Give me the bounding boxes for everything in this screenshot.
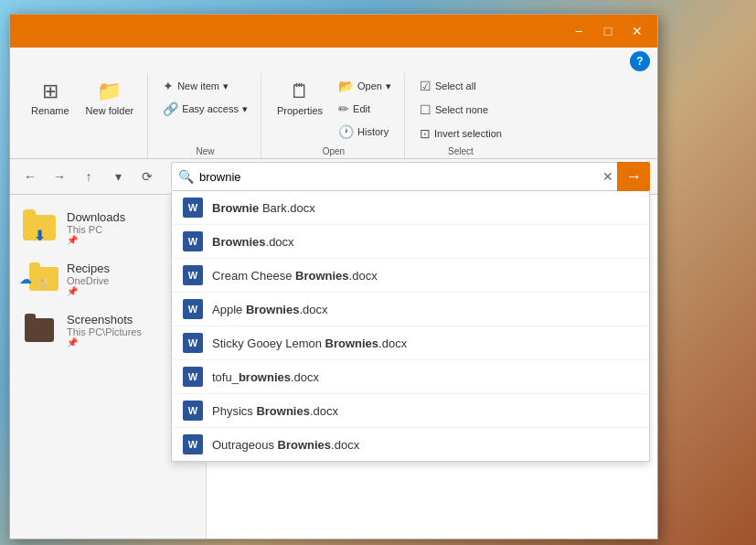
open-arrow: ▾ (386, 80, 391, 92)
suggestion-6[interactable]: W tofu_brownies.docx (172, 360, 649, 394)
ribbon: ? ⊞ Rename 📁 New folder (10, 48, 657, 159)
open-button[interactable]: 📂 Open ▾ (333, 75, 397, 97)
suggestion-8[interactable]: W Outrageous Brownies.docx (172, 428, 649, 461)
recipes-name: Recipes (67, 262, 110, 275)
open-icon: 📂 (338, 79, 354, 93)
recipes-sub: OneDrive (67, 275, 110, 286)
easy-access-icon: 🔗 (163, 102, 178, 116)
download-arrow-icon: ⬇ (34, 228, 46, 244)
group-select-label: Select (448, 146, 474, 156)
clear-search-button[interactable]: ✕ (602, 169, 613, 184)
suggestion-7[interactable]: W Physics Brownies.docx (172, 394, 649, 428)
select-none-icon: ☐ (420, 102, 431, 117)
word-icon-7: W (183, 401, 203, 421)
forward-button[interactable]: → (47, 164, 72, 189)
search-icon: 🔍 (178, 169, 194, 184)
suggestion-text-3: Cream Cheese Brownies.docx (212, 269, 378, 283)
back-button[interactable]: ← (17, 164, 43, 189)
search-container: 🔍 ✕ → W Brownie Bark.docx W Brownies.doc… (171, 162, 650, 191)
word-icon-6: W (183, 367, 203, 387)
suggestion-4[interactable]: W Apple Brownies.docx (172, 293, 649, 326)
screenshots-sub: This PC\Pictures (67, 326, 142, 337)
rename-icon: ⊞ (42, 80, 59, 103)
ribbon-group-select: ☑ Select all ☐ Select none ⊡ Invert sele… (407, 73, 515, 158)
search-go-button[interactable]: → (617, 162, 650, 191)
recipes-folder-icon: ☁ 🍴 (21, 261, 58, 297)
new-column: ✦ New item ▾ 🔗 Easy access ▾ (157, 75, 253, 120)
downloads-name: Downloads (67, 210, 125, 224)
maximize-button[interactable]: □ (595, 22, 621, 40)
select-none-button[interactable]: ☐ Select none (414, 99, 507, 121)
new-folder-button[interactable]: 📁 New folder (80, 75, 141, 121)
suggestion-text-5: Sticky Gooey Lemon Brownies.docx (212, 337, 407, 350)
suggestion-text-2: Brownies.docx (212, 235, 294, 249)
recipes-info: Recipes OneDrive 📌 (67, 262, 110, 296)
easy-access-arrow: ▾ (242, 103, 248, 115)
invert-selection-icon: ⊡ (420, 126, 431, 141)
suggestion-3[interactable]: W Cream Cheese Brownies.docx (172, 259, 649, 293)
select-all-icon: ☑ (420, 79, 431, 93)
screenshots-info: Screenshots This PC\Pictures 📌 (67, 313, 142, 347)
suggestion-5[interactable]: W Sticky Gooey Lemon Brownies.docx (172, 326, 649, 360)
word-icon-8: W (183, 434, 203, 454)
up-button[interactable]: ↑ (76, 164, 101, 189)
screenshots-name: Screenshots (67, 313, 142, 326)
close-button[interactable]: ✕ (624, 22, 650, 40)
suggestion-text-6: tofu_brownies.docx (212, 370, 319, 384)
ribbon-top-bar: ? (17, 51, 650, 71)
new-items: ✦ New item ▾ 🔗 Easy access ▾ (157, 75, 253, 144)
select-all-button[interactable]: ☑ Select all (414, 75, 507, 97)
group-new-label: New (197, 146, 215, 156)
properties-button[interactable]: 🗒 Properties (271, 75, 329, 121)
title-bar: − □ ✕ (10, 15, 657, 48)
group-open-label: Open (323, 146, 345, 156)
suggestion-text-8: Outrageous Brownies.docx (212, 438, 359, 452)
downloads-info: Downloads This PC 📌 (67, 210, 125, 245)
file-explorer-window: − □ ✕ ? ⊞ Rename 📁 New folder (9, 14, 658, 540)
screenshots-pin: 📌 (67, 337, 142, 347)
edit-icon: ✏ (338, 102, 349, 116)
new-item-button[interactable]: ✦ New item ▾ (157, 75, 253, 97)
ribbon-groups: ⊞ Rename 📁 New folder ✦ New item (17, 73, 650, 158)
select-column: ☑ Select all ☐ Select none ⊡ Invert sele… (414, 75, 507, 144)
new-item-icon: ✦ (163, 79, 174, 93)
ribbon-group-open: 🗒 Properties 📂 Open ▾ ✏ Edit (263, 73, 405, 158)
history-button[interactable]: 🕐 History (333, 121, 397, 143)
minimize-button[interactable]: − (566, 22, 591, 40)
refresh-button[interactable]: ⟳ (134, 164, 160, 189)
word-icon-2: W (183, 231, 203, 251)
search-input[interactable] (171, 162, 650, 191)
suggestion-1[interactable]: W Brownie Bark.docx (172, 191, 649, 225)
suggestion-text-1: Brownie Bark.docx (212, 201, 315, 215)
downloads-pin: 📌 (67, 235, 125, 245)
help-button[interactable]: ? (630, 51, 650, 71)
recipes-pin: 📌 (67, 286, 110, 296)
select-items: ☑ Select all ☐ Select none ⊡ Invert sele… (414, 75, 507, 144)
onedrive-icon: ☁ (19, 272, 32, 286)
downloads-sub: This PC (67, 224, 125, 235)
edit-button[interactable]: ✏ Edit (333, 98, 397, 120)
history-icon: 🕐 (338, 124, 354, 139)
ribbon-group-new: ✦ New item ▾ 🔗 Easy access ▾ New (150, 73, 261, 158)
rename-button[interactable]: ⊞ Rename (25, 75, 76, 121)
new-item-arrow: ▾ (223, 80, 229, 92)
word-icon-1: W (183, 198, 203, 218)
toolbar: ← → ↑ ▾ ⟳ 🔍 ✕ → W Brownie Bark.docx W Br… (10, 159, 657, 195)
word-icon-5: W (183, 333, 203, 353)
word-icon-3: W (183, 265, 203, 285)
easy-access-button[interactable]: 🔗 Easy access ▾ (157, 98, 253, 120)
suggestion-text-4: Apple Brownies.docx (212, 303, 327, 316)
word-icon-4: W (183, 299, 203, 319)
dropdown-button[interactable]: ▾ (105, 164, 131, 189)
open-column: 📂 Open ▾ ✏ Edit 🕐 History (333, 75, 397, 143)
suggestion-text-7: Physics Brownies.docx (212, 404, 338, 418)
suggestion-2[interactable]: W Brownies.docx (172, 225, 649, 259)
open-items: 🗒 Properties 📂 Open ▾ ✏ Edit (271, 75, 397, 144)
clipboard-items: ⊞ Rename 📁 New folder (25, 75, 140, 156)
invert-selection-button[interactable]: ⊡ Invert selection (414, 123, 507, 144)
ribbon-group-clipboard: ⊞ Rename 📁 New folder (17, 73, 148, 158)
search-dropdown: W Brownie Bark.docx W Brownies.docx W Cr… (171, 191, 650, 462)
new-folder-icon: 📁 (97, 80, 122, 103)
window-controls: − □ ✕ (566, 22, 650, 40)
properties-icon: 🗒 (290, 80, 310, 103)
